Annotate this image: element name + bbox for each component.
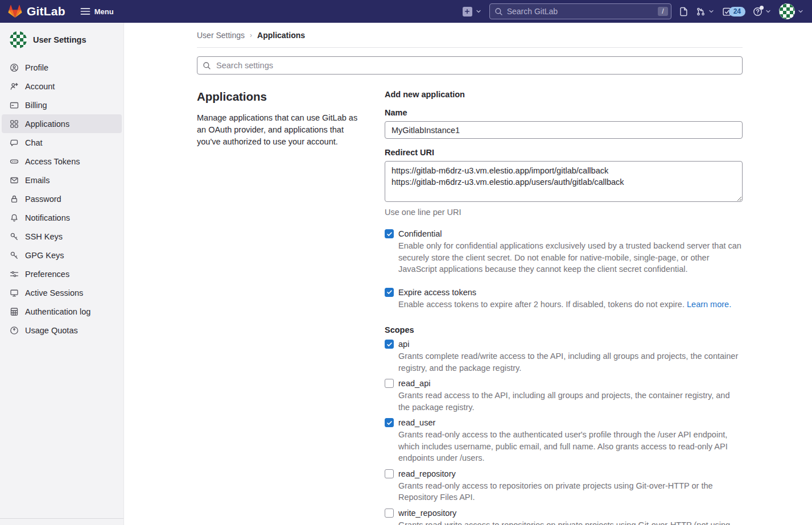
scope-write_repository-checkbox[interactable] <box>385 509 394 518</box>
sidebar-title: User Settings <box>33 35 86 44</box>
learn-more-link[interactable]: Learn more. <box>687 300 731 309</box>
sidebar-item-label: Billing <box>25 101 47 110</box>
expire-tokens-checkbox[interactable] <box>385 288 394 297</box>
account-icon <box>10 82 19 91</box>
sidebar-item-profile[interactable]: Profile <box>2 58 122 77</box>
confidential-checkbox[interactable] <box>385 229 394 238</box>
menu-button[interactable]: Menu <box>80 7 114 16</box>
chevron-down-icon <box>797 8 804 15</box>
brand-wordmark: GitLab <box>27 5 65 18</box>
breadcrumb-user-settings[interactable]: User Settings <box>197 31 245 40</box>
sidebar-list: Profile Account Billing Applications Cha… <box>0 58 123 340</box>
sidebar-item-label: SSH Keys <box>25 232 63 241</box>
authlog-icon <box>10 307 19 316</box>
redirect-uri-help: Use one line per URI <box>385 208 743 217</box>
tanuki-icon <box>8 5 22 18</box>
form-section-title: Add new application <box>385 90 743 99</box>
help-icon <box>753 7 762 16</box>
scope-read_repository: read_repository Grants read-only access … <box>385 469 743 503</box>
scope-read_api-label[interactable]: read_api <box>398 379 430 388</box>
sidebar-item-preferences[interactable]: Preferences <box>2 264 122 283</box>
scope-read_repository-checkbox[interactable] <box>385 469 394 478</box>
confidential-label[interactable]: Confidential <box>398 229 442 238</box>
sidebar-item-chat[interactable]: Chat <box>2 133 122 152</box>
name-label: Name <box>385 108 743 117</box>
sidebar-item-label: Emails <box>25 176 50 185</box>
sidebar-item-label: Authentication log <box>25 307 90 316</box>
redirect-uri-label: Redirect URI <box>385 148 743 157</box>
scope-read_user-label[interactable]: read_user <box>398 418 435 427</box>
todo-count-badge: 24 <box>729 7 745 16</box>
help-menu-button[interactable] <box>753 7 772 16</box>
user-menu-button[interactable] <box>779 3 804 19</box>
breadcrumb-divider <box>197 47 743 48</box>
sidebar-item-emails[interactable]: Emails <box>2 171 122 189</box>
scope-write_repository-description: Grants read-write access to repositories… <box>398 519 743 525</box>
user-avatar <box>779 3 795 19</box>
todos-button[interactable]: 24 <box>722 7 745 16</box>
sidebar-item-label: Usage Quotas <box>25 326 78 335</box>
chevron-down-icon <box>765 8 772 15</box>
confidential-group: Confidential Enable only for confidentia… <box>385 229 743 275</box>
scopes-label: Scopes <box>385 325 743 334</box>
scopes-list: api Grants complete read/write access to… <box>385 340 743 525</box>
sidebar-item-applications[interactable]: Applications <box>2 114 122 133</box>
applications-icon <box>10 119 19 129</box>
application-name-field[interactable] <box>385 121 743 139</box>
scope-api-label[interactable]: api <box>398 340 409 349</box>
breadcrumb: User Settings › Applications <box>197 23 743 47</box>
expire-tokens-description: Enable access tokens to expire after 2 h… <box>398 299 743 311</box>
sidebar-item-label: Profile <box>25 63 48 72</box>
sidebar-item-gpg-keys[interactable]: GPG Keys <box>2 246 122 264</box>
gitlab-logo[interactable]: GitLab <box>8 5 65 18</box>
password-icon <box>10 195 19 204</box>
sidebar-item-label: Notifications <box>25 213 70 222</box>
sidebar-item-account[interactable]: Account <box>2 77 122 96</box>
scope-read_api-checkbox[interactable] <box>385 379 394 388</box>
redirect-uri-field[interactable] <box>385 161 743 202</box>
menu-label: Menu <box>94 7 114 16</box>
settings-search <box>197 56 743 75</box>
sidebar-item-access-tokens[interactable]: Access Tokens <box>2 152 122 171</box>
chat-icon <box>10 138 19 147</box>
scope-write_repository-label[interactable]: write_repository <box>398 509 456 518</box>
sidebar-item-notifications[interactable]: Notifications <box>2 208 122 227</box>
merge-requests-button[interactable] <box>696 7 715 16</box>
breadcrumb-separator-icon: › <box>250 31 252 39</box>
sidebar-item-usage-quotas[interactable]: Usage Quotas <box>2 321 122 340</box>
add-application-form: Add new application Name Redirect URI Us… <box>385 90 743 525</box>
sidebar-item-label: Preferences <box>25 270 69 279</box>
sidebar-item-label: Access Tokens <box>25 157 80 166</box>
scope-read_user-checkbox[interactable] <box>385 418 394 427</box>
sidebar-item-label: GPG Keys <box>25 251 64 260</box>
scope-read_api-description: Grants read access to the API, including… <box>398 390 743 413</box>
scope-read_api: read_api Grants read access to the API, … <box>385 379 743 413</box>
sidebar-item-label: Account <box>25 82 55 91</box>
expire-tokens-label[interactable]: Expire access tokens <box>398 288 476 297</box>
global-search-placeholder: Search GitLab <box>507 7 654 16</box>
sidebar-header[interactable]: User Settings <box>0 23 123 55</box>
key-icon <box>10 232 19 241</box>
sidebar-item-active-sessions[interactable]: Active Sessions <box>2 283 122 302</box>
search-icon <box>203 61 211 70</box>
key-icon <box>10 251 19 260</box>
sidebar-item-authentication-log[interactable]: Authentication log <box>2 302 122 321</box>
quotas-icon <box>10 326 19 335</box>
global-search-input[interactable]: Search GitLab / <box>489 3 671 19</box>
sidebar-item-billing[interactable]: Billing <box>2 96 122 114</box>
settings-sidebar: User Settings Profile Account Billing Ap… <box>0 23 124 525</box>
new-menu-button[interactable] <box>463 7 482 16</box>
main-content: User Settings › Applications Application… <box>124 0 812 525</box>
scope-read_repository-description: Grants read-only access to repositories … <box>398 480 743 503</box>
issues-icon[interactable] <box>679 7 689 16</box>
expire-tokens-group: Expire access tokens Enable access token… <box>385 288 743 311</box>
hamburger-icon <box>80 7 90 16</box>
sidebar-item-password[interactable]: Password <box>2 189 122 208</box>
settings-search-input[interactable] <box>197 56 743 75</box>
scope-write_repository: write_repository Grants read-write acces… <box>385 509 743 525</box>
sidebar-item-ssh-keys[interactable]: SSH Keys <box>2 227 122 246</box>
search-icon <box>494 7 503 16</box>
scope-read_repository-label[interactable]: read_repository <box>398 469 456 478</box>
sidebar-item-label: Active Sessions <box>25 288 83 297</box>
scope-api-checkbox[interactable] <box>385 340 394 349</box>
